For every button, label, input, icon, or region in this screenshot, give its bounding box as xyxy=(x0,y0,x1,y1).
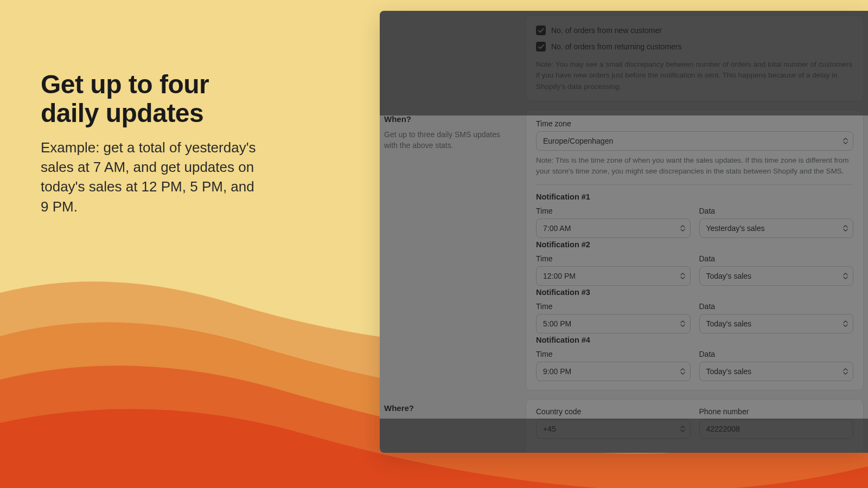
timezone-value: Europe/Copenhagen xyxy=(543,137,613,145)
country-code-select[interactable]: +45 xyxy=(536,419,691,439)
discrepancy-note: Note: You may see a small discrepancy be… xyxy=(536,59,853,92)
phone-label: Phone number xyxy=(699,407,854,416)
time-value: 12:00 PM xyxy=(543,272,576,280)
notification-title: Notification #3 xyxy=(536,288,853,297)
time-select-1[interactable]: 7:00 AM xyxy=(536,219,691,238)
phone-input[interactable]: 42222008 xyxy=(699,419,854,439)
chevron-updown-icon xyxy=(843,273,848,280)
data-select-2[interactable]: Today's sales xyxy=(699,266,854,286)
notification-title: Notification #2 xyxy=(536,240,853,249)
data-select-3[interactable]: Today's sales xyxy=(699,314,854,333)
data-label: Data xyxy=(699,207,854,215)
notification-title: Notification #1 xyxy=(536,192,853,201)
data-label: Data xyxy=(699,302,854,311)
checkbox-label: No. of orders from new customer xyxy=(551,26,662,35)
checkbox-row-returning-customers: No. of orders from returning customers xyxy=(536,38,853,55)
when-section: When? Get up to three daily SMS updates … xyxy=(380,106,868,395)
time-value: 5:00 PM xyxy=(543,319,571,328)
chevron-updown-icon xyxy=(843,320,848,328)
where-title: Where? xyxy=(384,403,515,413)
notification-block: Notification #4 Time 9:00 PM Data Today'… xyxy=(536,336,853,381)
time-label: Time xyxy=(536,302,691,311)
chevron-updown-icon xyxy=(680,225,685,232)
data-label: Data xyxy=(699,254,854,263)
time-value: 9:00 PM xyxy=(543,367,571,376)
checkbox-new-customers[interactable] xyxy=(536,25,546,35)
phone-value: 42222008 xyxy=(706,425,740,433)
data-value: Today's sales xyxy=(706,272,752,280)
timezone-note: Note: This is the time zone of when you … xyxy=(536,155,853,177)
time-label: Time xyxy=(536,254,691,263)
time-select-2[interactable]: 12:00 PM xyxy=(536,266,691,286)
chevron-updown-icon xyxy=(843,225,848,232)
when-desc: Get up to three daily SMS updates with t… xyxy=(384,129,515,151)
data-select-4[interactable]: Today's sales xyxy=(699,362,854,381)
data-label: Data xyxy=(699,350,854,358)
country-code-value: +45 xyxy=(543,425,556,433)
settings-panel: No. of orders from new customer No. of o… xyxy=(380,11,868,453)
chevron-updown-icon xyxy=(680,320,685,328)
time-label: Time xyxy=(536,207,691,215)
data-select-1[interactable]: Yesterday's sales xyxy=(699,219,854,238)
what-section-bottom: No. of orders from new customer No. of o… xyxy=(380,11,868,106)
data-value: Yesterday's sales xyxy=(706,224,765,233)
time-select-4[interactable]: 9:00 PM xyxy=(536,362,691,381)
chevron-updown-icon xyxy=(680,273,685,280)
data-value: Today's sales xyxy=(706,367,752,376)
marketing-heading: Get up to four daily updates xyxy=(41,70,263,128)
chevron-updown-icon xyxy=(680,368,685,375)
chevron-updown-icon xyxy=(680,426,685,433)
notification-title: Notification #4 xyxy=(536,336,853,344)
time-value: 7:00 AM xyxy=(543,224,571,233)
time-select-3[interactable]: 5:00 PM xyxy=(536,314,691,333)
timezone-select[interactable]: Europe/Copenhagen xyxy=(536,131,853,151)
time-label: Time xyxy=(536,350,691,358)
where-section: Where? Country code +45 xyxy=(380,395,868,453)
checkbox-label: No. of orders from returning customers xyxy=(551,42,681,51)
data-value: Today's sales xyxy=(706,319,752,328)
divider xyxy=(536,184,853,185)
notification-block: Notification #2 Time 12:00 PM Data Today… xyxy=(536,240,853,286)
marketing-body: Example: get a total of yesterday's sale… xyxy=(41,138,263,217)
notification-block: Notification #3 Time 5:00 PM Data Today'… xyxy=(536,288,853,333)
marketing-text: Get up to four daily updates Example: ge… xyxy=(41,70,263,216)
chevron-updown-icon xyxy=(843,368,848,375)
checkbox-returning-customers[interactable] xyxy=(536,42,546,52)
chevron-updown-icon xyxy=(843,137,848,144)
timezone-label: Time zone xyxy=(536,119,853,128)
country-code-label: Country code xyxy=(536,407,691,416)
when-title: When? xyxy=(384,114,515,124)
checkbox-row-new-customers: No. of orders from new customer xyxy=(536,22,853,38)
notification-block: Notification #1 Time 7:00 AM Data Yester… xyxy=(536,192,853,238)
